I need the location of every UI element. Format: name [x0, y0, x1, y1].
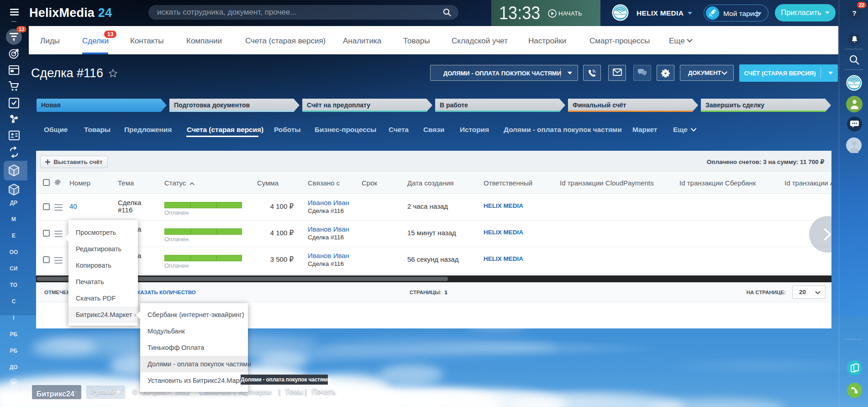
svg-text:HELIX MEDIA: HELIX MEDIA — [849, 84, 860, 86]
svg-text:HELIX MEDIA: HELIX MEDIA — [615, 13, 626, 16]
